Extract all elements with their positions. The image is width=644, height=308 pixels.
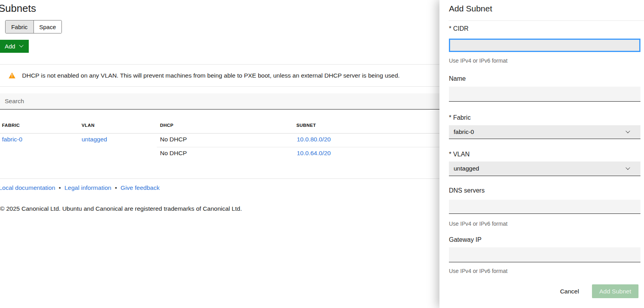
separator-dot: • xyxy=(115,184,117,191)
vlan-label: * VLAN xyxy=(449,151,469,158)
subnet-link[interactable]: 10.0.64.0/20 xyxy=(297,150,331,157)
dns-servers-label: DNS servers xyxy=(449,187,485,194)
gateway-ip-label: Gateway IP xyxy=(449,236,482,243)
panel-title: Add Subnet xyxy=(449,4,492,13)
fabric-label: * Fabric xyxy=(449,114,471,121)
name-input[interactable] xyxy=(449,87,640,102)
column-header-dhcp: DHCP xyxy=(160,123,173,128)
dhcp-status: No DHCP xyxy=(160,150,187,157)
chevron-down-icon xyxy=(625,128,630,133)
toggle-option-space[interactable]: Space xyxy=(34,20,62,33)
chevron-down-icon xyxy=(19,43,23,47)
cancel-button[interactable]: Cancel xyxy=(554,284,585,298)
column-header-vlan: VLAN xyxy=(82,123,95,128)
column-header-fabric: FABRIC xyxy=(2,123,20,128)
local-documentation-link[interactable]: Local documentation xyxy=(0,184,55,191)
add-subnet-submit-button[interactable]: Add Subnet xyxy=(592,284,638,298)
dns-servers-input[interactable] xyxy=(449,200,640,214)
add-subnet-panel: Add Subnet * CIDR Use IPv4 or IPv6 forma… xyxy=(439,0,644,308)
vlan-link[interactable]: untagged xyxy=(82,136,107,143)
add-button[interactable]: Add xyxy=(0,40,29,53)
fabric-space-toggle: Fabric Space xyxy=(5,20,62,33)
warning-text: DHCP is not enabled on any VLAN. This wi… xyxy=(22,72,400,79)
toggle-option-fabric[interactable]: Fabric xyxy=(6,20,34,33)
cidr-helper-text: Use IPv4 or IPv6 format xyxy=(449,58,508,64)
fabric-select[interactable]: fabric-0 xyxy=(449,125,640,139)
add-button-label: Add xyxy=(5,43,15,50)
subnet-link[interactable]: 10.0.80.0/20 xyxy=(297,136,331,143)
chevron-down-icon xyxy=(625,165,630,169)
dhcp-status: No DHCP xyxy=(160,136,187,143)
separator-dot: • xyxy=(59,184,61,191)
vlan-select[interactable]: untagged xyxy=(449,161,640,176)
gateway-helper-text: Use IPv4 or IPv6 format xyxy=(449,268,508,274)
cidr-label: * CIDR xyxy=(449,25,469,32)
cidr-input[interactable] xyxy=(449,39,640,52)
page-title: Subnets xyxy=(0,2,36,15)
panel-title-divider xyxy=(449,20,644,21)
dns-helper-text: Use IPv4 or IPv6 format xyxy=(449,221,508,227)
warning-icon xyxy=(9,72,15,78)
footer-links: Local documentation • Legal information … xyxy=(0,184,160,191)
copyright-notice: © 2025 Canonical Ltd. Ubuntu and Canonic… xyxy=(0,205,242,212)
give-feedback-link[interactable]: Give feedback xyxy=(121,184,160,191)
column-header-subnet: SUBNET xyxy=(296,123,316,128)
fabric-select-value: fabric-0 xyxy=(454,128,474,135)
gateway-ip-input[interactable] xyxy=(449,247,640,262)
fabric-link[interactable]: fabric-0 xyxy=(2,136,22,143)
vlan-select-value: untagged xyxy=(454,165,479,172)
name-label: Name xyxy=(449,75,466,82)
legal-information-link[interactable]: Legal information xyxy=(64,184,111,191)
